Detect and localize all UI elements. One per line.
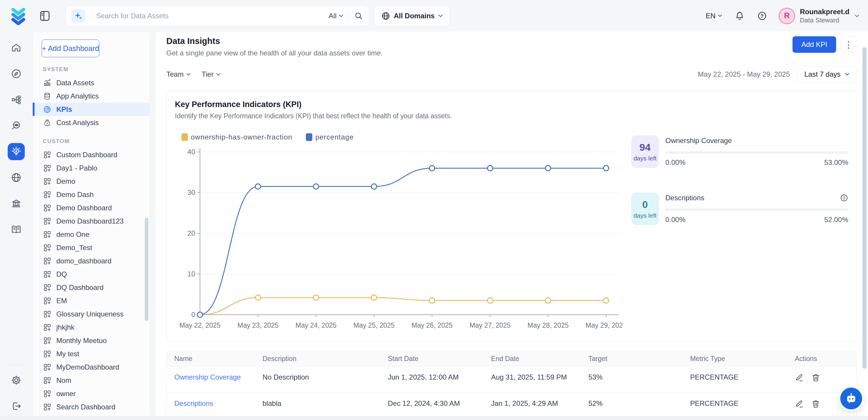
- dashboard-grid-icon: [43, 270, 52, 278]
- help-icon[interactable]: ?: [757, 11, 767, 21]
- sidebar-item-custom-dashboard[interactable]: Day1 - Pablo: [33, 161, 150, 175]
- filter-row: Team Tier May 22, 2025 - May 29, 2025 La…: [166, 66, 857, 83]
- sidebar-scrollbar[interactable]: [145, 218, 148, 321]
- legend-item[interactable]: ownership-has-owner-fraction: [181, 133, 292, 141]
- glossary-book-icon[interactable]: [8, 221, 25, 238]
- sidebar-item-custom-dashboard[interactable]: Custom Dashboard: [33, 148, 150, 161]
- global-search: All: [65, 6, 369, 26]
- home-icon[interactable]: [8, 39, 25, 56]
- sidebar-item-custom-dashboard[interactable]: Search Dashboard: [33, 400, 150, 414]
- user-menu[interactable]: Rounakpreet.d Data Steward: [800, 7, 849, 25]
- cell-metric-type: PERCENTAGE: [690, 393, 795, 419]
- sidebar-item-kpis[interactable]: KPIs: [33, 102, 150, 116]
- sidebar-item-custom-dashboard[interactable]: My test: [33, 347, 150, 360]
- search-icon[interactable]: [354, 11, 363, 20]
- progress-bar: [665, 151, 848, 154]
- team-filter-dropdown[interactable]: Team: [166, 70, 190, 79]
- sidebar-item-label: Nom: [56, 376, 71, 385]
- svg-text:May 22, 2025: May 22, 2025: [179, 322, 220, 329]
- lineage-icon[interactable]: [8, 91, 25, 108]
- sidebar-item-label: DQ: [56, 270, 67, 278]
- kpi-name-link[interactable]: Ownership Coverage: [174, 373, 241, 381]
- globe-icon: [381, 11, 390, 20]
- sidebar-item-custom-dashboard[interactable]: jhkjhk: [33, 321, 150, 334]
- svg-text:May 24, 2025: May 24, 2025: [296, 322, 337, 329]
- sidebar-item-custom-dashboard[interactable]: Demo: [33, 175, 150, 188]
- sidebar-item-label: Demo Dash: [56, 190, 94, 199]
- language-dropdown[interactable]: EN: [706, 12, 722, 20]
- chatbot-widget[interactable]: [840, 388, 862, 409]
- sidebar-item-custom-dashboard[interactable]: DQ Dashboard: [33, 281, 150, 294]
- sidebar-item-label: Data Assets: [56, 79, 94, 87]
- sidebar-item-custom-dashboard[interactable]: Glossary Uniqueness: [33, 307, 150, 321]
- date-range-selector[interactable]: Last 7 days: [797, 66, 857, 83]
- cell-target: 52%: [588, 393, 690, 419]
- edit-pencil-icon[interactable]: [795, 399, 804, 408]
- domains-dropdown[interactable]: All Domains: [374, 6, 450, 26]
- money-bag-icon: $: [43, 119, 52, 127]
- sidebar-item-cost-analysis[interactable]: $ Cost Analysis: [33, 116, 150, 129]
- kpi-summary-ownership-coverage: 94 days left Ownership Coverage 0.00%: [631, 136, 848, 168]
- days-left-label: days left: [633, 155, 656, 162]
- dashboard-grid-icon: [43, 310, 52, 318]
- page-scrollbar[interactable]: [862, 47, 867, 369]
- kpi-summary-title: Ownership Coverage: [665, 137, 732, 145]
- sidebar-item-custom-dashboard[interactable]: domo_dashboard: [33, 254, 150, 268]
- delete-trash-icon[interactable]: [811, 399, 820, 408]
- info-icon[interactable]: [840, 194, 848, 202]
- delete-trash-icon[interactable]: [811, 373, 820, 382]
- add-kpi-button[interactable]: Add KPI: [793, 36, 836, 53]
- sidebar-toggle-icon[interactable]: [39, 9, 51, 23]
- add-dashboard-button[interactable]: + Add Dashboard: [41, 39, 99, 57]
- search-scope-dropdown[interactable]: All: [329, 12, 343, 20]
- cell-description: blabla: [262, 393, 388, 419]
- chart-column: ownership-has-owner-fractionpercentage 0…: [175, 132, 622, 336]
- sidebar-item-custom-dashboard[interactable]: demo One: [33, 228, 150, 241]
- kpi-name-link[interactable]: Descriptions: [174, 399, 213, 407]
- table-header-row: Name Description Start Date End Date Tar…: [167, 351, 857, 367]
- sidebar-item-custom-dashboard[interactable]: Demo Dash: [33, 188, 150, 201]
- sidebar-item-custom-dashboard[interactable]: Demo Dashboard123: [33, 214, 150, 228]
- profile-search-icon[interactable]: [8, 117, 25, 134]
- page-subtitle: Get a single pane view of the health of …: [166, 49, 383, 57]
- sidebar-item-custom-dashboard[interactable]: Demo_Test: [33, 241, 150, 254]
- custom-dashboard-list: Custom Dashboard Day1 - Pablo: [33, 148, 150, 414]
- chevron-down-icon: [186, 73, 190, 76]
- cell-end-date: Aug 31, 2025, 11:59 PM: [491, 367, 588, 393]
- kpi-line-chart: 010203040May 22, 2025May 23, 2025May 24,…: [175, 143, 622, 335]
- svg-text:May 23, 2025: May 23, 2025: [238, 322, 278, 329]
- tier-filter-dropdown[interactable]: Tier: [202, 70, 220, 79]
- governance-bank-icon[interactable]: [8, 195, 25, 212]
- cell-metric-type: PERCENTAGE: [690, 367, 795, 393]
- edit-pencil-icon[interactable]: [795, 373, 804, 382]
- sidebar-item-custom-dashboard[interactable]: EM: [33, 294, 150, 307]
- sidebar-item-custom-dashboard[interactable]: Nom: [33, 374, 150, 387]
- language-label: EN: [706, 12, 715, 20]
- progress-target: 53.00%: [824, 158, 848, 167]
- sidebar-item-custom-dashboard[interactable]: Monthly Meetuo: [33, 334, 150, 347]
- ai-sparkle-icon[interactable]: [72, 9, 85, 23]
- kpi-section-subtitle: Identify the Key Performance Indicators …: [175, 112, 848, 120]
- col-header-description: Description: [262, 351, 388, 367]
- sidebar-item-custom-dashboard[interactable]: owner: [33, 387, 150, 400]
- settings-gear-icon[interactable]: [8, 371, 25, 389]
- user-avatar[interactable]: R: [779, 8, 795, 24]
- sidebar-item-custom-dashboard[interactable]: Demo Dashboard: [33, 201, 150, 214]
- section-title-custom: CUSTOM: [43, 138, 150, 145]
- logout-icon[interactable]: [8, 398, 25, 415]
- app-logo-icon[interactable]: [9, 6, 28, 25]
- sidebar-item-app-analytics[interactable]: App Analytics: [33, 89, 150, 102]
- sidebar-item-label: EM: [56, 297, 67, 305]
- kebab-menu-button[interactable]: ⋮: [840, 36, 857, 53]
- sidebar-item-data-assets[interactable]: Data Assets: [33, 76, 150, 89]
- days-left-value: 94: [640, 142, 651, 153]
- legend-item[interactable]: percentage: [306, 133, 353, 141]
- insights-icon[interactable]: [8, 143, 25, 160]
- sidebar-item-custom-dashboard[interactable]: DQ: [33, 268, 150, 281]
- user-menu-chevron-icon[interactable]: [855, 14, 859, 18]
- sidebar-item-custom-dashboard[interactable]: MyDemoDashboard: [33, 360, 150, 374]
- globe-domains-icon[interactable]: [8, 169, 25, 186]
- notifications-bell-icon[interactable]: [735, 11, 744, 21]
- search-input[interactable]: [96, 12, 329, 20]
- discover-compass-icon[interactable]: [8, 65, 25, 82]
